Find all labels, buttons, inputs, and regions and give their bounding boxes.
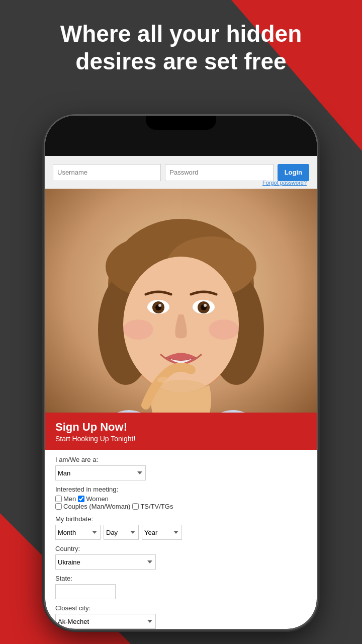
year-select[interactable]: Year 2000 1990 [142,525,182,540]
month-select[interactable]: Month January February March [55,525,101,540]
interested-men-label[interactable]: Men [55,495,76,503]
state-label: State: [55,575,307,582]
birthdate-group: My birthdate: Month January February Mar… [55,515,307,540]
signup-title: Sign Up Now! [55,421,307,434]
form-body: I am/We are a: Man Woman Couple TS/TV/TG… [45,450,317,629]
country-label: Country: [55,545,307,552]
signup-subtitle: Start Hooking Up Tonight! [55,435,307,443]
phone-screen: Login Forgot password? [45,116,317,629]
interested-group: Interested in meeting: Men Women Couples… [55,486,307,510]
interested-men-checkbox[interactable] [55,496,62,502]
login-bar: Login Forgot password? [45,156,317,189]
interested-options-row2: Couples (Man/Woman) TS/TV/TGs [55,503,307,510]
country-select[interactable]: Ukraine United States United Kingdom [55,554,156,570]
state-group: State: [55,575,307,599]
forgot-password-link[interactable]: Forgot password? [262,180,307,186]
interested-couples-label[interactable]: Couples (Man/Woman) [55,503,130,510]
interested-ts-checkbox[interactable] [132,503,139,510]
closest-city-label: Closest city: [55,604,307,612]
country-group: Country: Ukraine United States United Ki… [55,545,307,570]
headline-line1: Where all your hidden [60,21,302,47]
state-input[interactable] [55,584,116,599]
username-input[interactable] [53,164,161,181]
svg-point-20 [157,377,169,383]
interested-label: Interested in meeting: [55,486,307,493]
closest-city-select[interactable]: Ak-Mechet Kiev Lviv [55,614,156,629]
interested-women-checkbox[interactable] [78,496,84,502]
signup-form: Sign Up Now! Start Hooking Up Tonight! I… [45,413,317,629]
headline-line2: desires are set free [75,48,286,74]
signup-header: Sign Up Now! Start Hooking Up Tonight! [45,413,317,450]
svg-point-17 [123,319,153,340]
phone-frame: Login Forgot password? [45,116,317,629]
interested-ts-label[interactable]: TS/TV/TGs [132,503,173,510]
headline: Where all your hidden desires are set fr… [0,20,362,75]
svg-point-18 [209,319,239,340]
svg-point-15 [158,304,161,307]
birthdate-row: Month January February March Day 1 2 Yea… [55,525,307,540]
i-am-select[interactable]: Man Woman Couple TS/TV/TG [55,465,146,480]
i-am-label: I am/We are a: [55,456,307,463]
profile-photo [45,189,317,440]
closest-city-group: Closest city: Ak-Mechet Kiev Lviv [55,604,307,629]
password-input[interactable] [165,164,273,181]
phone-top-bar [45,116,317,156]
interested-women-label[interactable]: Women [78,495,109,503]
birthdate-label: My birthdate: [55,515,307,523]
day-select[interactable]: Day 1 2 [104,525,139,540]
woman-portrait-svg [45,189,317,440]
svg-point-16 [204,304,207,307]
interested-couples-checkbox[interactable] [55,503,62,510]
interested-options-row: Men Women [55,495,307,503]
login-button[interactable]: Login [278,164,309,181]
phone-notch [146,116,216,130]
i-am-group: I am/We are a: Man Woman Couple TS/TV/TG [55,456,307,480]
